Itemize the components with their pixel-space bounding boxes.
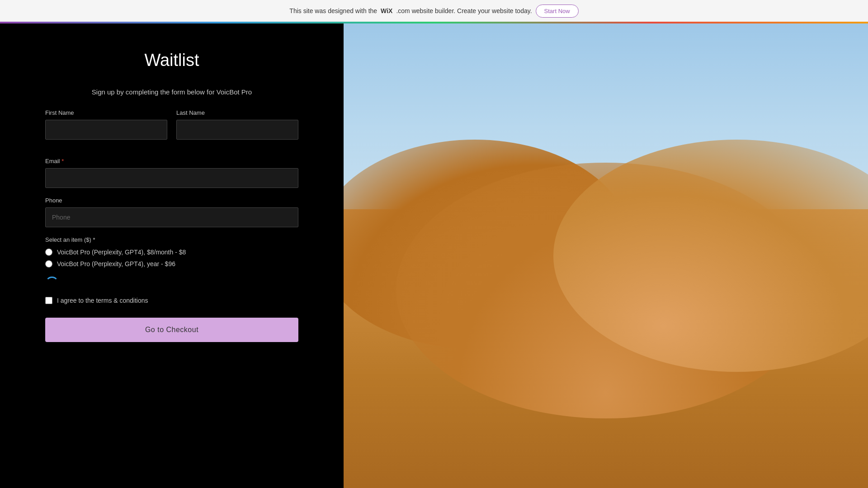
radio-option-yearly[interactable]: VoicBot Pro (Perplexity, GPT4), year - $… [45, 260, 298, 267]
wix-brand: WiX [381, 7, 392, 14]
select-item-section: Select an item ($) * VoicBot Pro (Perple… [45, 236, 298, 267]
terms-label[interactable]: I agree to the terms & conditions [57, 297, 148, 304]
form-title: Waitlist [45, 51, 298, 70]
phone-label: Phone [45, 197, 298, 204]
terms-checkbox[interactable] [45, 297, 52, 304]
accent-line [0, 22, 868, 23]
top-banner: This site was designed with the WiX .com… [0, 0, 868, 22]
email-required: * [61, 158, 64, 164]
first-name-group: First Name [45, 109, 167, 140]
last-name-group: Last Name [176, 109, 298, 140]
select-required: * [93, 236, 95, 243]
loading-spinner [45, 277, 59, 290]
first-name-label: First Name [45, 109, 167, 116]
email-input[interactable] [45, 168, 298, 188]
phone-group: Phone [45, 197, 298, 227]
radio-option-monthly[interactable]: VoicBot Pro (Perplexity, GPT4), $8/month… [45, 249, 298, 256]
right-panel [344, 23, 868, 488]
checkout-button[interactable]: Go to Checkout [45, 318, 298, 342]
left-panel: Waitlist Sign up by completing the form … [0, 23, 344, 488]
radio-group: VoicBot Pro (Perplexity, GPT4), $8/month… [45, 249, 298, 267]
select-item-label: Select an item ($) * [45, 236, 298, 243]
terms-row: I agree to the terms & conditions [45, 297, 298, 304]
last-name-input[interactable] [176, 120, 298, 140]
form-container: Waitlist Sign up by completing the form … [45, 51, 298, 342]
email-group: Email * [45, 158, 298, 188]
first-name-input[interactable] [45, 120, 167, 140]
last-name-label: Last Name [176, 109, 298, 116]
radio-monthly-label: VoicBot Pro (Perplexity, GPT4), $8/month… [57, 249, 186, 256]
radio-yearly-label: VoicBot Pro (Perplexity, GPT4), year - $… [57, 260, 175, 267]
start-now-button[interactable]: Start Now [536, 5, 579, 18]
phone-input[interactable] [45, 207, 298, 227]
name-row: First Name Last Name [45, 109, 298, 149]
banner-text-prefix: This site was designed with the [289, 7, 377, 14]
email-label: Email * [45, 158, 298, 164]
banner-text-suffix: .com website builder. Create your websit… [396, 7, 532, 14]
radio-yearly[interactable] [45, 260, 52, 267]
main-layout: Waitlist Sign up by completing the form … [0, 0, 868, 488]
form-subtitle: Sign up by completing the form below for… [45, 88, 298, 96]
radio-monthly[interactable] [45, 249, 52, 256]
